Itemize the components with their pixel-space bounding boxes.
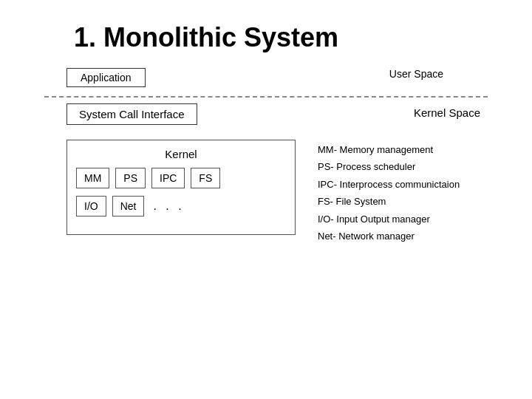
kernel-dots: . . . — [150, 200, 184, 213]
page-title: 1. Monolithic System — [0, 0, 532, 68]
kernel-space-label: Kernel Space — [414, 106, 480, 119]
legend-item-io: I/O- Input Output manager — [318, 211, 488, 228]
kernel-cell-fs: FS — [191, 168, 220, 188]
kernel-row-1: MM PS IPC FS — [76, 168, 286, 188]
kernel-diagram: Kernel MM PS IPC FS I/O Net . . . — [66, 140, 296, 235]
kernel-row-2: I/O Net . . . — [76, 196, 286, 216]
legend-item-ps: PS- Process scheduler — [318, 158, 488, 175]
legend-item-mm: MM- Memory management — [318, 141, 488, 158]
kernel-cell-io: I/O — [76, 196, 106, 216]
kernel-title: Kernel — [76, 148, 286, 160]
user-space-label: User Space — [389, 68, 443, 80]
kernel-cell-ps: PS — [115, 168, 146, 188]
legend-item-net: Net- Network manager — [318, 228, 488, 245]
legend-item-ipc: IPC- Interprocess communictaion — [318, 176, 488, 193]
application-box: Application — [66, 68, 146, 87]
legend-item-fs: FS- File System — [318, 193, 488, 210]
kernel-cell-ipc: IPC — [151, 168, 185, 188]
kernel-cell-mm: MM — [76, 168, 109, 188]
system-call-interface-box: System Call Interface — [66, 103, 197, 125]
legend: MM- Memory management PS- Process schedu… — [318, 140, 488, 245]
divider-line — [44, 96, 488, 98]
kernel-cell-net: Net — [112, 196, 145, 216]
